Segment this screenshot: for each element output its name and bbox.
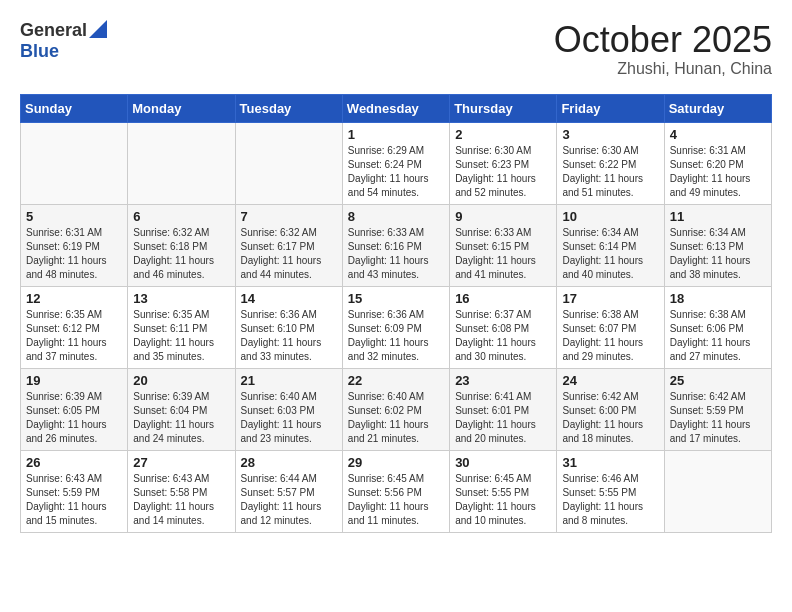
calendar-day-cell: 18Sunrise: 6:38 AM Sunset: 6:06 PM Dayli… xyxy=(664,286,771,368)
day-number: 1 xyxy=(348,127,444,142)
calendar-day-cell: 22Sunrise: 6:40 AM Sunset: 6:02 PM Dayli… xyxy=(342,368,449,450)
day-number: 11 xyxy=(670,209,766,224)
day-number: 29 xyxy=(348,455,444,470)
day-number: 23 xyxy=(455,373,551,388)
calendar-day-cell: 2Sunrise: 6:30 AM Sunset: 6:23 PM Daylig… xyxy=(450,122,557,204)
calendar-day-cell: 24Sunrise: 6:42 AM Sunset: 6:00 PM Dayli… xyxy=(557,368,664,450)
day-number: 18 xyxy=(670,291,766,306)
calendar-day-cell xyxy=(128,122,235,204)
calendar-day-cell: 3Sunrise: 6:30 AM Sunset: 6:22 PM Daylig… xyxy=(557,122,664,204)
calendar-day-cell: 5Sunrise: 6:31 AM Sunset: 6:19 PM Daylig… xyxy=(21,204,128,286)
calendar-day-cell: 23Sunrise: 6:41 AM Sunset: 6:01 PM Dayli… xyxy=(450,368,557,450)
logo-general-text: General xyxy=(20,20,87,41)
weekday-header-monday: Monday xyxy=(128,94,235,122)
logo-blue-text: Blue xyxy=(20,41,59,62)
calendar-day-cell: 28Sunrise: 6:44 AM Sunset: 5:57 PM Dayli… xyxy=(235,450,342,532)
day-info-text: Sunrise: 6:34 AM Sunset: 6:13 PM Dayligh… xyxy=(670,226,766,282)
day-number: 31 xyxy=(562,455,658,470)
day-number: 4 xyxy=(670,127,766,142)
calendar-day-cell: 30Sunrise: 6:45 AM Sunset: 5:55 PM Dayli… xyxy=(450,450,557,532)
page-header: General Blue October 2025 Zhushi, Hunan,… xyxy=(20,20,772,78)
day-info-text: Sunrise: 6:33 AM Sunset: 6:16 PM Dayligh… xyxy=(348,226,444,282)
weekday-header-friday: Friday xyxy=(557,94,664,122)
day-number: 2 xyxy=(455,127,551,142)
day-info-text: Sunrise: 6:31 AM Sunset: 6:19 PM Dayligh… xyxy=(26,226,122,282)
day-info-text: Sunrise: 6:38 AM Sunset: 6:06 PM Dayligh… xyxy=(670,308,766,364)
svg-marker-0 xyxy=(89,20,107,38)
calendar-week-row: 1Sunrise: 6:29 AM Sunset: 6:24 PM Daylig… xyxy=(21,122,772,204)
day-info-text: Sunrise: 6:39 AM Sunset: 6:04 PM Dayligh… xyxy=(133,390,229,446)
title-block: October 2025 Zhushi, Hunan, China xyxy=(554,20,772,78)
day-info-text: Sunrise: 6:32 AM Sunset: 6:17 PM Dayligh… xyxy=(241,226,337,282)
day-info-text: Sunrise: 6:34 AM Sunset: 6:14 PM Dayligh… xyxy=(562,226,658,282)
day-info-text: Sunrise: 6:37 AM Sunset: 6:08 PM Dayligh… xyxy=(455,308,551,364)
weekday-header-wednesday: Wednesday xyxy=(342,94,449,122)
day-info-text: Sunrise: 6:45 AM Sunset: 5:56 PM Dayligh… xyxy=(348,472,444,528)
day-number: 14 xyxy=(241,291,337,306)
day-number: 27 xyxy=(133,455,229,470)
weekday-header-tuesday: Tuesday xyxy=(235,94,342,122)
day-info-text: Sunrise: 6:31 AM Sunset: 6:20 PM Dayligh… xyxy=(670,144,766,200)
day-info-text: Sunrise: 6:30 AM Sunset: 6:23 PM Dayligh… xyxy=(455,144,551,200)
calendar-day-cell: 6Sunrise: 6:32 AM Sunset: 6:18 PM Daylig… xyxy=(128,204,235,286)
calendar-day-cell: 31Sunrise: 6:46 AM Sunset: 5:55 PM Dayli… xyxy=(557,450,664,532)
calendar-day-cell xyxy=(21,122,128,204)
day-info-text: Sunrise: 6:46 AM Sunset: 5:55 PM Dayligh… xyxy=(562,472,658,528)
calendar-day-cell: 19Sunrise: 6:39 AM Sunset: 6:05 PM Dayli… xyxy=(21,368,128,450)
calendar-day-cell: 10Sunrise: 6:34 AM Sunset: 6:14 PM Dayli… xyxy=(557,204,664,286)
calendar-day-cell: 26Sunrise: 6:43 AM Sunset: 5:59 PM Dayli… xyxy=(21,450,128,532)
calendar-day-cell xyxy=(664,450,771,532)
location-text: Zhushi, Hunan, China xyxy=(554,60,772,78)
weekday-header-sunday: Sunday xyxy=(21,94,128,122)
day-number: 7 xyxy=(241,209,337,224)
calendar-day-cell: 15Sunrise: 6:36 AM Sunset: 6:09 PM Dayli… xyxy=(342,286,449,368)
day-number: 3 xyxy=(562,127,658,142)
day-number: 15 xyxy=(348,291,444,306)
day-number: 8 xyxy=(348,209,444,224)
calendar-day-cell: 12Sunrise: 6:35 AM Sunset: 6:12 PM Dayli… xyxy=(21,286,128,368)
month-title: October 2025 xyxy=(554,20,772,60)
day-info-text: Sunrise: 6:35 AM Sunset: 6:12 PM Dayligh… xyxy=(26,308,122,364)
day-info-text: Sunrise: 6:42 AM Sunset: 5:59 PM Dayligh… xyxy=(670,390,766,446)
day-info-text: Sunrise: 6:43 AM Sunset: 5:59 PM Dayligh… xyxy=(26,472,122,528)
calendar-day-cell: 25Sunrise: 6:42 AM Sunset: 5:59 PM Dayli… xyxy=(664,368,771,450)
calendar-day-cell: 16Sunrise: 6:37 AM Sunset: 6:08 PM Dayli… xyxy=(450,286,557,368)
logo: General Blue xyxy=(20,20,107,62)
day-info-text: Sunrise: 6:42 AM Sunset: 6:00 PM Dayligh… xyxy=(562,390,658,446)
day-number: 10 xyxy=(562,209,658,224)
calendar-day-cell: 9Sunrise: 6:33 AM Sunset: 6:15 PM Daylig… xyxy=(450,204,557,286)
calendar-week-row: 5Sunrise: 6:31 AM Sunset: 6:19 PM Daylig… xyxy=(21,204,772,286)
day-number: 24 xyxy=(562,373,658,388)
calendar-day-cell: 1Sunrise: 6:29 AM Sunset: 6:24 PM Daylig… xyxy=(342,122,449,204)
calendar-day-cell: 27Sunrise: 6:43 AM Sunset: 5:58 PM Dayli… xyxy=(128,450,235,532)
calendar-day-cell: 4Sunrise: 6:31 AM Sunset: 6:20 PM Daylig… xyxy=(664,122,771,204)
calendar-day-cell: 7Sunrise: 6:32 AM Sunset: 6:17 PM Daylig… xyxy=(235,204,342,286)
calendar-week-row: 19Sunrise: 6:39 AM Sunset: 6:05 PM Dayli… xyxy=(21,368,772,450)
day-number: 9 xyxy=(455,209,551,224)
calendar-table: SundayMondayTuesdayWednesdayThursdayFrid… xyxy=(20,94,772,533)
calendar-day-cell: 21Sunrise: 6:40 AM Sunset: 6:03 PM Dayli… xyxy=(235,368,342,450)
day-number: 25 xyxy=(670,373,766,388)
day-number: 16 xyxy=(455,291,551,306)
day-number: 30 xyxy=(455,455,551,470)
day-info-text: Sunrise: 6:38 AM Sunset: 6:07 PM Dayligh… xyxy=(562,308,658,364)
calendar-week-row: 12Sunrise: 6:35 AM Sunset: 6:12 PM Dayli… xyxy=(21,286,772,368)
weekday-header-row: SundayMondayTuesdayWednesdayThursdayFrid… xyxy=(21,94,772,122)
day-info-text: Sunrise: 6:32 AM Sunset: 6:18 PM Dayligh… xyxy=(133,226,229,282)
day-number: 19 xyxy=(26,373,122,388)
calendar-day-cell xyxy=(235,122,342,204)
day-number: 28 xyxy=(241,455,337,470)
day-number: 6 xyxy=(133,209,229,224)
weekday-header-thursday: Thursday xyxy=(450,94,557,122)
day-number: 20 xyxy=(133,373,229,388)
calendar-day-cell: 8Sunrise: 6:33 AM Sunset: 6:16 PM Daylig… xyxy=(342,204,449,286)
calendar-week-row: 26Sunrise: 6:43 AM Sunset: 5:59 PM Dayli… xyxy=(21,450,772,532)
day-info-text: Sunrise: 6:36 AM Sunset: 6:09 PM Dayligh… xyxy=(348,308,444,364)
day-info-text: Sunrise: 6:40 AM Sunset: 6:03 PM Dayligh… xyxy=(241,390,337,446)
weekday-header-saturday: Saturday xyxy=(664,94,771,122)
day-info-text: Sunrise: 6:36 AM Sunset: 6:10 PM Dayligh… xyxy=(241,308,337,364)
calendar-day-cell: 17Sunrise: 6:38 AM Sunset: 6:07 PM Dayli… xyxy=(557,286,664,368)
calendar-day-cell: 13Sunrise: 6:35 AM Sunset: 6:11 PM Dayli… xyxy=(128,286,235,368)
day-number: 17 xyxy=(562,291,658,306)
day-number: 22 xyxy=(348,373,444,388)
